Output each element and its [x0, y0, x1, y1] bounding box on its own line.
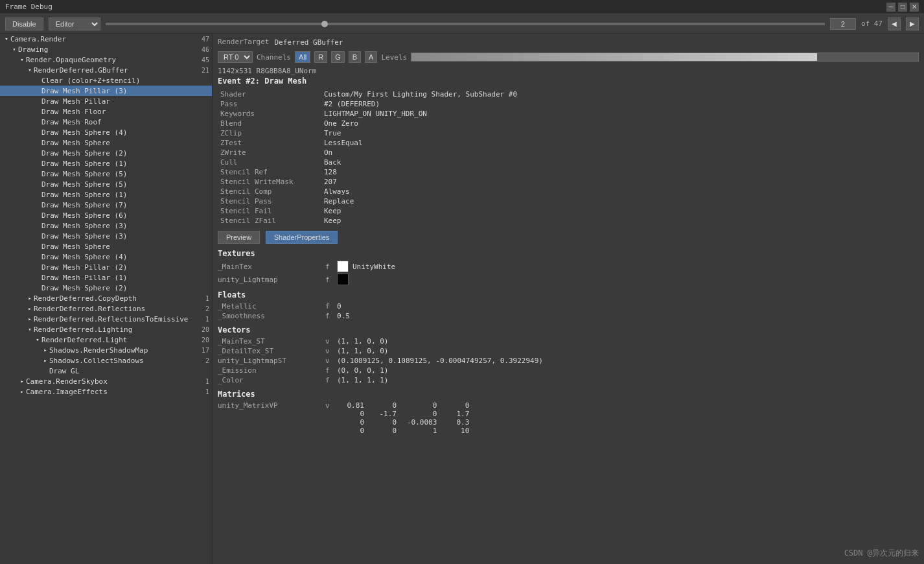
shader-props-tab-button[interactable]: ShaderProperties — [266, 231, 338, 244]
stencil-write-mask-value: 207 — [321, 177, 919, 187]
tree-item-count: 1 — [196, 295, 209, 302]
expand-icon: ▾ — [34, 336, 41, 343]
render-target-label: RenderTarget — [218, 38, 269, 46]
frame-number-input[interactable]: 2 — [830, 18, 856, 30]
tree-item-draw-mesh-pillar[interactable]: Draw Mesh Pillar — [0, 96, 212, 106]
matrix-cell: -1.7 — [369, 410, 402, 418]
tree-item-label: Render.OpaqueGeometry — [26, 56, 196, 64]
next-frame-button[interactable]: ▶ — [906, 18, 919, 30]
channel-all-button[interactable]: All — [295, 51, 310, 63]
tree-item-draw-mesh-sphere-3a[interactable]: Draw Mesh Sphere (3) — [0, 220, 212, 231]
tree-item-render-deferred-reflections-to-emissive[interactable]: ▸RenderDeferred.ReflectionsToEmissive1 — [0, 314, 212, 324]
texture-type: f — [325, 276, 333, 284]
image-info: 1142x531 R8G8B8A8_UNorm — [218, 67, 919, 75]
texture-preview — [337, 261, 349, 272]
tree-item-draw-mesh-sphere-3b[interactable]: Draw Mesh Sphere (3) — [0, 231, 212, 241]
matrix-cell: 1.7 — [442, 410, 474, 418]
tree-item-camera-render-skybox[interactable]: ▸Camera.RenderSkybox1 — [0, 376, 212, 386]
tree-item-label: Draw Mesh Pillar — [41, 97, 209, 106]
vector-row: _DetailTex_ST v (1, 1, 0, 0) — [218, 347, 919, 355]
tree-item-render-deferred-lighting[interactable]: ▾RenderDeferred.Lighting20 — [0, 324, 212, 335]
tree-item-render-deferred-reflections[interactable]: ▸RenderDeferred.Reflections2 — [0, 303, 212, 314]
frame-slider-container — [106, 23, 825, 25]
tree-item-draw-gl[interactable]: Draw GL — [0, 366, 212, 376]
channel-r-button[interactable]: R — [314, 51, 327, 63]
tree-item-label: Draw Mesh Pillar (2) — [41, 263, 209, 272]
tree-item-count: 20 — [196, 336, 209, 344]
tree-item-render-opaque-geometry[interactable]: ▾Render.OpaqueGeometry45 — [0, 54, 212, 65]
pass-label: Pass — [218, 99, 321, 109]
tree-item-draw-mesh-sphere-1a[interactable]: Draw Mesh Sphere (1) — [0, 158, 212, 169]
tree-item-render-deferred-copy-depth[interactable]: ▸RenderDeferred.CopyDepth1 — [0, 293, 212, 303]
matrix-cell: 0.81 — [337, 401, 369, 410]
preview-tab-button[interactable]: Preview — [218, 231, 260, 244]
tree-item-draw-mesh-sphere-4b[interactable]: Draw Mesh Sphere (4) — [0, 252, 212, 262]
tree-item-label: RenderDeferred.Lighting — [34, 325, 196, 334]
prop-row-keywords: Keywords LIGHTMAP_ON UNITY_HDR_ON — [218, 109, 919, 119]
texture-row: _MainTex f UnityWhite — [218, 261, 919, 272]
tree-item-shadows-collect-shadows[interactable]: ▸Shadows.CollectShadows2 — [0, 355, 212, 366]
tree-item-draw-mesh-sphere-6[interactable]: Draw Mesh Sphere (6) — [0, 210, 212, 220]
tree-item-draw-mesh-sphere-7[interactable]: Draw Mesh Sphere (7) — [0, 200, 212, 210]
tree-item-label: Draw Mesh Pillar (1) — [41, 274, 209, 282]
tree-item-draw-mesh-pillar-3[interactable]: Draw Mesh Pillar (3) — [0, 86, 212, 96]
maximize-button[interactable]: □ — [898, 3, 907, 12]
rt-select[interactable]: RT 0 — [218, 51, 253, 63]
tree-item-draw-mesh-sphere-1b[interactable]: Draw Mesh Sphere (1) — [0, 189, 212, 200]
tree-item-draw-mesh-sphere-2b[interactable]: Draw Mesh Sphere (2) — [0, 283, 212, 293]
tree-item-draw-mesh-sphere-2a[interactable]: Draw Mesh Sphere (2) — [0, 148, 212, 158]
stencil-zfail-value: Keep — [321, 216, 919, 226]
tree-item-draw-mesh-floor[interactable]: Draw Mesh Floor — [0, 106, 212, 117]
tree-item-label: Draw Mesh Sphere (1) — [41, 159, 209, 168]
frame-slider[interactable] — [106, 23, 825, 25]
matrices-section-title: Matrices — [218, 390, 919, 399]
channels-label: Channels — [257, 53, 291, 62]
tree-item-draw-mesh-roof[interactable]: Draw Mesh Roof — [0, 117, 212, 127]
channel-b-button[interactable]: B — [349, 51, 361, 63]
tree-item-label: RenderDeferred.GBuffer — [34, 66, 196, 75]
levels-bar[interactable] — [411, 53, 919, 62]
tree-item-label: Draw Mesh Sphere (4) — [41, 253, 209, 261]
prop-row-stencil-fail: Stencil Fail Keep — [218, 206, 919, 216]
tree-item-clear[interactable]: Clear (color+Z+stencil) — [0, 75, 212, 86]
vector-type: v — [325, 357, 333, 365]
zclip-value: True — [321, 128, 919, 138]
float-name: _Metallic — [218, 302, 321, 311]
tree-item-draw-mesh-sphere-5a[interactable]: Draw Mesh Sphere (5) — [0, 169, 212, 179]
stencil-ref-label: Stencil Ref — [218, 167, 321, 177]
prev-frame-button[interactable]: ◀ — [888, 18, 901, 30]
tree-item-draw-mesh-pillar-1[interactable]: Draw Mesh Pillar (1) — [0, 272, 212, 283]
right-panel: RenderTarget Deferred GBuffer RT 0 Chann… — [213, 34, 924, 564]
tree-item-shadows-render-shadow-map[interactable]: ▸Shadows.RenderShadowMap17 — [0, 345, 212, 355]
channel-g-button[interactable]: G — [331, 51, 345, 63]
tree-item-label: Camera.Render — [10, 35, 196, 43]
float-type: f — [325, 312, 333, 320]
vector-name: unity_LightmapST — [218, 357, 321, 365]
tree-item-draw-mesh-sphere-b[interactable]: Draw Mesh Sphere — [0, 241, 212, 252]
tree-item-camera-render[interactable]: ▾Camera.Render47 — [0, 34, 212, 44]
rt-bar: RT 0 Channels All R G B A Levels — [218, 50, 919, 64]
watermark: CSDN @异次元的归来 — [844, 548, 919, 559]
channel-a-button[interactable]: A — [365, 51, 377, 63]
shader-label: Shader — [218, 89, 321, 99]
tree-item-render-deferred-gbuffer[interactable]: ▾RenderDeferred.GBuffer21 — [0, 65, 212, 75]
tree-item-camera-image-effects[interactable]: ▸Camera.ImageEffects1 — [0, 386, 212, 397]
keywords-value: LIGHTMAP_ON UNITY_HDR_ON — [321, 109, 919, 119]
tree-item-drawing[interactable]: ▾Drawing46 — [0, 44, 212, 54]
disable-button[interactable]: Disable — [5, 18, 43, 30]
tree-item-draw-mesh-pillar-2[interactable]: Draw Mesh Pillar (2) — [0, 262, 212, 272]
tree-item-count: 1 — [196, 378, 209, 385]
float-row: _Metallic f 0 — [218, 302, 919, 311]
tree-item-label: Clear (color+Z+stencil) — [41, 76, 209, 85]
tree-item-label: Draw Mesh Pillar (3) — [41, 87, 209, 95]
tree-item-render-deferred-light[interactable]: ▾RenderDeferred.Light20 — [0, 335, 212, 345]
tree-item-draw-mesh-sphere-a[interactable]: Draw Mesh Sphere — [0, 137, 212, 148]
tree-item-draw-mesh-sphere-4[interactable]: Draw Mesh Sphere (4) — [0, 127, 212, 137]
close-button[interactable]: ✕ — [910, 3, 919, 12]
tree-item-draw-mesh-sphere-5b[interactable]: Draw Mesh Sphere (5) — [0, 179, 212, 189]
matrix-name: unity_MatrixVP — [218, 401, 321, 410]
minimize-button[interactable]: ─ — [886, 3, 895, 12]
texture-name: _MainTex — [218, 263, 321, 271]
tree-item-label: RenderDeferred.ReflectionsToEmissive — [34, 315, 196, 323]
editor-dropdown[interactable]: Editor — [49, 18, 100, 30]
